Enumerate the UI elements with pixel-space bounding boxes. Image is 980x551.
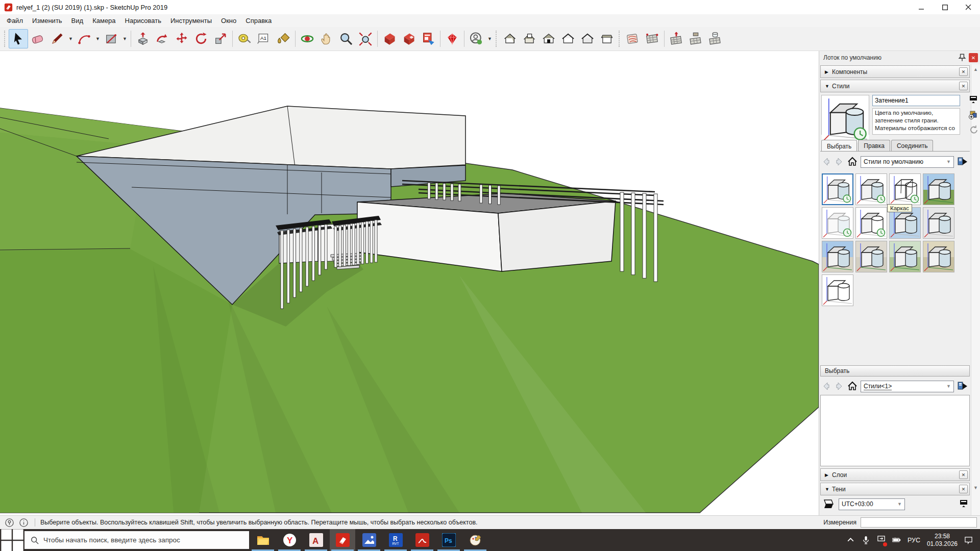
battery-icon[interactable] (892, 536, 901, 544)
menu-item-6[interactable]: Инструменты (166, 15, 216, 26)
view-iso-tool[interactable] (500, 29, 520, 48)
taskbar-search[interactable] (24, 531, 249, 549)
arc-tool[interactable] (75, 29, 94, 48)
language-indicator[interactable]: РУС (908, 537, 920, 544)
forward-arrow-icon[interactable] (834, 157, 844, 167)
text-tool[interactable]: A1 (254, 29, 274, 48)
rotate-tool[interactable] (191, 29, 211, 48)
info-icon[interactable] (19, 518, 29, 528)
tab-select[interactable]: Выбрать (821, 140, 857, 152)
search-input[interactable] (43, 536, 237, 544)
scale-tool[interactable] (211, 29, 230, 48)
style-thumbnail-9[interactable] (822, 241, 853, 272)
microphone-icon[interactable] (862, 536, 870, 544)
section-styles-close[interactable]: ✕ (959, 82, 968, 90)
back-arrow-icon[interactable] (821, 381, 831, 391)
close-button[interactable] (957, 0, 980, 14)
create-new-style-icon[interactable] (968, 110, 978, 120)
update-style-icon[interactable] (968, 124, 978, 135)
shadow-toggle-icon[interactable] (821, 498, 835, 510)
minimize-button[interactable] (910, 0, 933, 14)
section-components-close[interactable]: ✕ (959, 67, 968, 76)
style-thumbnail-11[interactable] (889, 241, 921, 272)
pin-icon[interactable] (958, 53, 967, 62)
viewport[interactable] (0, 51, 819, 515)
menu-item-4[interactable]: Камера (88, 15, 120, 26)
taskbar-app-photoshop[interactable]: Ps (436, 529, 461, 551)
view-back-tool[interactable] (597, 29, 617, 48)
show-shadow-details-icon[interactable] (959, 499, 969, 509)
scroll-down-icon[interactable]: ▼ (971, 484, 980, 492)
section-components[interactable]: ▶ Компоненты ✕ (820, 65, 970, 78)
view-front-tool[interactable] (539, 29, 558, 48)
scroll-up-icon[interactable]: ▲ (971, 65, 980, 73)
forward-arrow-icon[interactable] (834, 381, 844, 391)
style-thumbnail-1[interactable] (822, 173, 853, 205)
arc-dropdown-icon[interactable]: ▼ (94, 29, 102, 48)
start-button[interactable] (0, 529, 24, 551)
paint-bucket-tool[interactable] (274, 29, 293, 48)
line-dropdown-icon[interactable]: ▼ (67, 29, 75, 48)
extension-warehouse-tool[interactable] (399, 29, 419, 48)
menu-item-3[interactable]: Вид (67, 15, 88, 26)
taskbar-app-file-explorer[interactable] (250, 529, 276, 551)
move-tool[interactable] (172, 29, 191, 48)
style-thumbnail-8[interactable] (923, 207, 954, 239)
taskbar-app-autocad[interactable]: A (303, 529, 329, 551)
rectangle-dropdown-icon[interactable]: ▼ (121, 29, 129, 48)
tray-close-icon[interactable]: ✕ (969, 53, 978, 62)
account-dropdown-icon[interactable]: ▼ (486, 29, 494, 48)
warehouse-3d-tool[interactable] (380, 29, 399, 48)
style-thumbnail-13[interactable] (822, 274, 853, 306)
style-thumbnail-10[interactable] (855, 241, 887, 272)
taskbar-app-revit[interactable]: RRVT (383, 529, 408, 551)
tab-edit[interactable]: Правка (858, 140, 890, 151)
menu-item-2[interactable]: Изменить (28, 15, 67, 26)
taskbar-app-acrobat[interactable] (409, 529, 435, 551)
taskbar-app-yandex-browser[interactable]: Y (277, 529, 302, 551)
view-left-tool[interactable] (578, 29, 597, 48)
menu-item-5[interactable]: Нарисовать (120, 15, 166, 26)
toolbar-drag-handle[interactable] (4, 31, 7, 47)
section-styles[interactable]: ▼ Стили ✕ (820, 80, 970, 92)
home-icon[interactable] (847, 156, 858, 167)
rectangle-tool[interactable] (102, 29, 121, 48)
orbit-tool[interactable] (298, 29, 317, 48)
ruby-console-tool[interactable] (443, 29, 462, 48)
back-arrow-icon[interactable] (821, 157, 831, 167)
line-tool[interactable] (47, 29, 67, 48)
style-thumbnail-6[interactable] (855, 207, 887, 239)
show-secondary-pane-icon[interactable] (968, 95, 978, 105)
follow-me-tool[interactable] (153, 29, 172, 48)
details-menu-icon[interactable] (957, 380, 969, 392)
clock[interactable]: 23:58 01.03.2026 (927, 533, 958, 548)
view-top-tool[interactable] (520, 29, 539, 48)
tab-mix[interactable]: Соединить (891, 140, 934, 151)
taskbar-app-sketchup[interactable] (330, 529, 355, 551)
timezone-dropdown[interactable]: UTC+03:00 ▼ (839, 498, 905, 510)
style-description[interactable]: Цвета по умолчанию, затенение стиля гран… (872, 108, 960, 135)
styles-collection-dropdown[interactable]: Стили по умолчанию ▼ (861, 156, 954, 168)
menu-item-7[interactable]: Окно (216, 15, 241, 26)
push-pull-tool[interactable] (133, 29, 153, 48)
section-shadows[interactable]: ▼ Тени ✕ (820, 483, 970, 495)
section-layers[interactable]: ▶ Слои ✕ (820, 468, 970, 481)
eraser-tool[interactable] (28, 29, 47, 48)
from-contours-tool[interactable] (623, 29, 643, 48)
tray-expand-icon[interactable] (846, 536, 855, 544)
style-thumbnail-3[interactable] (889, 173, 921, 205)
toolbar-drag-handle[interactable] (496, 31, 499, 47)
account-tool[interactable] (467, 29, 486, 48)
from-scratch-tool[interactable] (643, 29, 662, 48)
details-menu-icon[interactable] (957, 156, 969, 168)
share-model-tool[interactable] (419, 29, 438, 48)
geolocation-icon[interactable] (5, 518, 14, 528)
menu-item-8[interactable]: Справка (241, 15, 276, 26)
secondary-styles-dropdown[interactable]: Стили<1> ▼ (861, 381, 954, 392)
smoove-tool[interactable] (667, 29, 686, 48)
style-thumbnail-4[interactable] (923, 173, 954, 205)
menu-item-1[interactable]: Файл (2, 15, 28, 26)
home-icon[interactable] (847, 381, 858, 392)
section-shadows-close[interactable]: ✕ (959, 485, 968, 493)
viewport-canvas[interactable] (0, 51, 819, 515)
